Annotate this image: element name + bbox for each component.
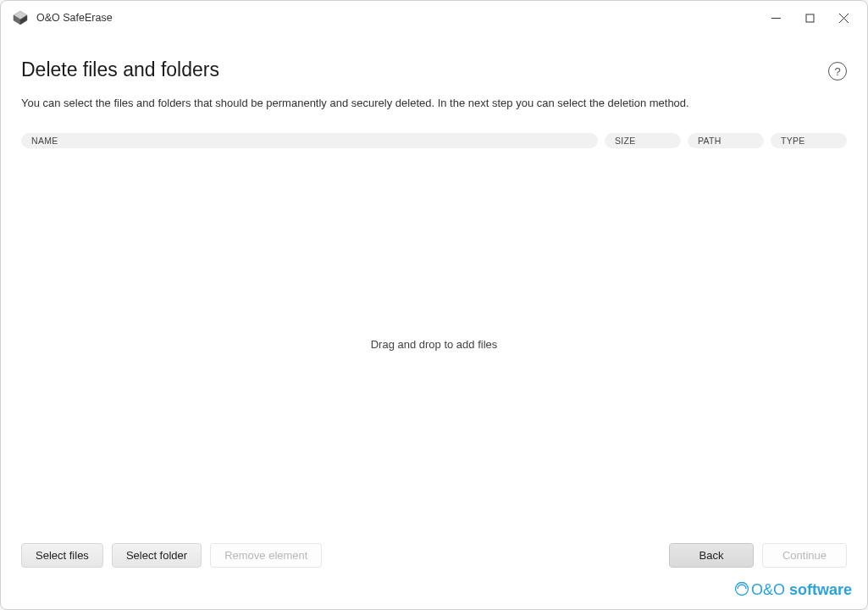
window-controls <box>759 5 860 30</box>
column-header-path[interactable]: PATH <box>688 133 764 148</box>
maximize-button[interactable] <box>793 5 827 30</box>
drop-hint: Drag and drop to add files <box>371 338 498 351</box>
column-header-type[interactable]: TYPE <box>771 133 847 148</box>
select-folder-button[interactable]: Select folder <box>112 543 202 568</box>
header-row: Delete files and folders ? <box>21 58 847 97</box>
column-headers: NAME SIZE PATH TYPE <box>21 133 847 148</box>
footer-buttons: Select files Select folder Remove elemen… <box>21 535 847 571</box>
branding: O&O software <box>1 581 867 609</box>
continue-button: Continue <box>762 543 847 568</box>
help-icon[interactable]: ? <box>828 62 847 80</box>
app-title: O&O SafeErase <box>36 12 759 24</box>
column-header-size[interactable]: SIZE <box>605 133 681 148</box>
minimize-button[interactable] <box>759 5 793 30</box>
app-icon <box>11 8 30 27</box>
page-title: Delete files and folders <box>21 58 219 81</box>
select-files-button[interactable]: Select files <box>21 543 103 568</box>
page-description: You can select the files and folders tha… <box>21 97 847 109</box>
app-window: O&O SafeErase Delete files and folders ?… <box>0 0 868 610</box>
close-button[interactable] <box>827 5 860 30</box>
back-button[interactable]: Back <box>669 543 754 568</box>
brand-swirl-icon <box>734 581 749 601</box>
brand-text-2: software <box>789 581 852 598</box>
remove-element-button: Remove element <box>210 543 322 568</box>
drop-area[interactable]: Drag and drop to add files <box>21 153 847 535</box>
column-header-name[interactable]: NAME <box>21 133 598 148</box>
svg-rect-4 <box>806 14 814 22</box>
brand-text-1: O&O <box>751 581 789 598</box>
titlebar: O&O SafeErase <box>1 1 867 35</box>
content-area: Delete files and folders ? You can selec… <box>1 35 867 581</box>
